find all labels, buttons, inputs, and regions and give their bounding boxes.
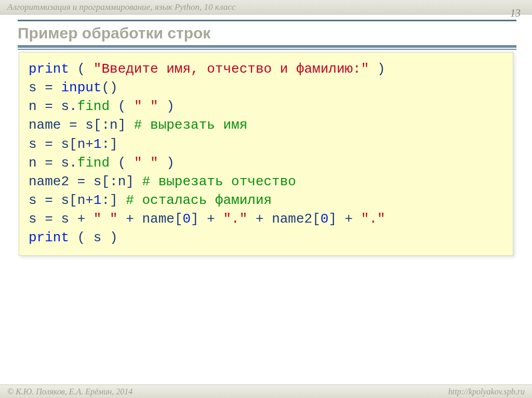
code-line-9: s = s + " " + name[0] + "." + name2[0] +… (29, 210, 503, 228)
code-line-3: n = s.find ( " " ) (29, 97, 503, 116)
code-line-8: s = s[n+1:] # осталась фамилия (29, 191, 503, 210)
header-bar: Алгоритмизация и программирование, язык … (0, 0, 532, 15)
code-line-6: n = s.find ( " " ) (29, 154, 503, 172)
code-line-1: print ( "Введите имя, отчество и фамилию… (29, 60, 503, 78)
code-line-5: s = s[n+1:] (29, 135, 503, 154)
footer-url: http://kpolyakov.spb.ru (448, 387, 525, 396)
code-line-4: name = s[:n] # вырезать имя (29, 116, 503, 134)
footer-copyright: © К.Ю. Поляков, Е.А. Ерёмин, 2014 (7, 387, 132, 396)
code-line-10: print ( s ) (29, 228, 503, 247)
title-top-rule (18, 20, 516, 21)
header-text: Алгоритмизация и программирование, язык … (7, 2, 235, 12)
code-line-2: s = input() (29, 78, 503, 97)
slide-title: Пример обработки строк (18, 22, 516, 45)
code-line-7: name2 = s[:n] # вырезать отчество (29, 172, 503, 191)
page-number: 13 (510, 7, 521, 19)
code-block: print ( "Введите имя, отчество и фамилию… (19, 52, 513, 256)
footer-bar: © К.Ю. Поляков, Е.А. Ерёмин, 2014 http:/… (0, 385, 532, 398)
title-underline-thin (18, 49, 516, 50)
title-underline-thick (18, 45, 516, 48)
title-area: Пример обработки строк (18, 20, 516, 50)
slide: Алгоритмизация и программирование, язык … (0, 0, 532, 398)
